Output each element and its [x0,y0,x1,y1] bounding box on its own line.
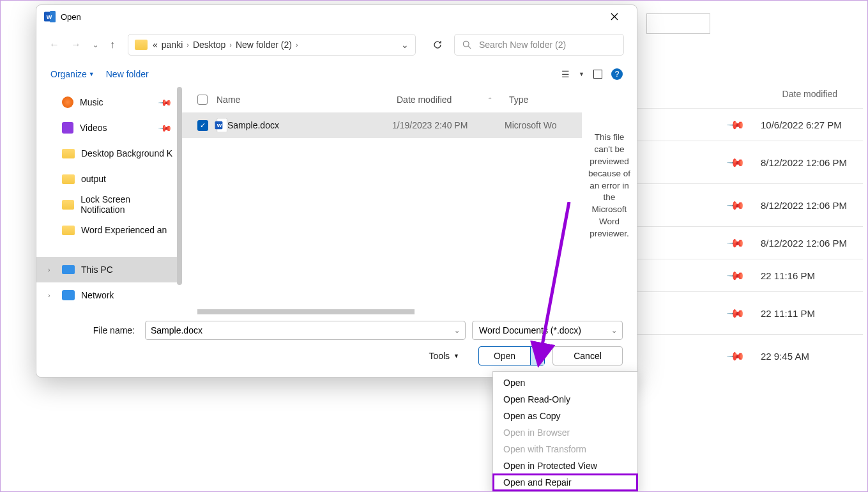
refresh-icon [432,40,443,50]
menu-item-open-in-browser: Open in Browser [493,424,637,441]
sidebar-root-this-pc[interactable]: ›This PC [36,257,182,282]
pc-icon [62,265,75,274]
col-name[interactable]: Name [217,95,397,105]
organize-menu[interactable]: Organize ▼ [50,69,95,79]
refresh-button[interactable] [427,35,448,55]
chevron-right-icon[interactable]: › [48,291,50,299]
col-type[interactable]: Type [509,95,528,105]
chevron-down-icon[interactable]: ⌄ [611,327,617,335]
folder-icon [62,226,75,235]
chevron-down-icon[interactable]: ⌄ [454,327,460,335]
chevron-right-icon[interactable]: › [48,266,50,273]
open-button[interactable]: Open ▼ [478,346,545,365]
select-all-checkbox[interactable] [197,95,208,105]
dialog-title: Open [61,12,81,22]
file-row[interactable]: ✓WSample.docx1/19/2023 2:40 PMMicrosoft … [182,112,582,138]
recent-file-date: 8/12/2022 12:06 PM [761,238,863,249]
menu-item-open-read-only[interactable]: Open Read-Only [493,391,637,408]
word-search-box[interactable] [646,13,710,34]
help-icon[interactable]: ? [611,68,623,80]
sidebar-item-label: Network [81,290,114,300]
file-checkbox[interactable]: ✓ [197,120,208,131]
menu-item-open-in-protected-view[interactable]: Open in Protected View [493,457,637,474]
recent-file-date: 8/12/2022 12:06 PM [761,200,863,211]
breadcrumb-root: « [153,40,158,50]
sidebar-item-label: Videos [80,123,107,133]
sidebar-item-label: Lock Screen Notification [80,194,173,215]
menu-item-open-as-copy[interactable]: Open as Copy [493,408,637,424]
recent-file-date: 22 11:16 PM [761,270,863,281]
sidebar-item-desktop-background-k[interactable]: Desktop Background K [36,141,182,166]
word-app-icon: W [44,11,56,22]
sidebar-item-label: Desktop Background K [81,148,172,158]
sidebar-item-lock-screen-notification[interactable]: Lock Screen Notification [36,192,182,217]
sidebar-item-label: output [81,174,106,184]
pin-icon: 📌 [158,120,172,135]
sidebar-item-videos[interactable]: Videos📌 [36,115,182,141]
open-dropdown-toggle[interactable]: ▼ [530,347,544,365]
scrollbar[interactable] [177,87,182,285]
file-type: Microsoft Wo [505,120,556,130]
filename-label: File name: [50,325,139,335]
recent-file-date: 22 11:11 PM [761,308,863,319]
open-split-menu: OpenOpen Read-OnlyOpen as CopyOpen in Br… [492,371,638,492]
file-modified: 1/19/2023 2:40 PM [392,120,505,130]
nav-bar: ← → ⌄ ↑ « panki › Desktop › New folder (… [36,28,637,61]
file-type-filter[interactable]: Word Documents (*.docx) ⌄ [472,321,623,340]
sidebar-item-label: This PC [81,265,113,275]
tools-menu[interactable]: Tools ▼ [429,351,459,361]
titlebar: W Open [36,5,637,28]
sort-indicator-icon: ⌃ [487,96,492,104]
close-button[interactable] [600,6,629,27]
sidebar-root-network[interactable]: ›Network [36,282,182,308]
chevron-right-icon: › [296,41,298,49]
chevron-right-icon: › [187,41,189,49]
menu-item-open[interactable]: Open [493,374,637,391]
sidebar-item-word-experienced-an-[interactable]: Word Experienced an [36,217,182,243]
svg-text:W: W [217,123,222,128]
file-list-pane: ⌃ Name Date modified Type ✓WSample.docx1… [182,87,582,314]
search-input[interactable]: Search New folder (2) [454,34,624,56]
crumb-2[interactable]: New folder (2) [236,40,292,50]
breadcrumb[interactable]: « panki › Desktop › New folder (2) › ⌄ [128,34,416,56]
menu-item-open-and-repair[interactable]: Open and Repair [493,474,637,491]
pin-icon[interactable]: 📌 [726,233,745,252]
col-date-modified: Date modified [782,89,837,99]
view-list-icon[interactable]: ☰ [561,69,570,79]
pin-icon[interactable]: 📌 [726,266,745,285]
music-icon [62,96,73,108]
crumb-1[interactable]: Desktop [193,40,225,50]
dialog-footer: File name: Sample.docx ⌄ Word Documents … [36,314,637,377]
search-placeholder: Search New folder (2) [479,40,566,50]
recent-file-date: 10/6/2022 6:27 PM [761,119,863,130]
horizontal-scrollbar[interactable] [197,309,415,314]
folder-icon [135,40,148,50]
filename-input[interactable]: Sample.docx ⌄ [145,321,466,340]
pin-icon[interactable]: 📌 [726,115,745,134]
sidebar-item-music[interactable]: Music📌 [36,89,182,115]
chevron-down-icon[interactable]: ⌄ [401,40,409,50]
dialog-toolbar: Organize ▼ New folder ☰ ▼ ? [36,61,637,87]
preview-pane-toggle[interactable] [593,70,602,79]
svg-point-15 [463,41,469,47]
new-folder-button[interactable]: New folder [106,69,149,79]
sidebar-item-label: Word Experienced an [81,225,167,235]
nav-sidebar: Music📌Videos📌Desktop Background KoutputL… [36,87,182,314]
sidebar-item-label: Music [80,97,103,107]
network-icon [62,290,75,300]
recent-dropdown[interactable]: ⌄ [93,41,98,49]
crumb-0[interactable]: panki [162,40,183,50]
up-button[interactable]: ↑ [110,39,115,50]
cancel-button[interactable]: Cancel [552,346,623,365]
file-name: Sample.docx [227,120,392,130]
menu-item-open-with-transform: Open with Transform [493,441,637,457]
open-file-dialog: W Open ← → ⌄ ↑ « panki › Desktop › New f… [36,4,637,378]
nav-arrows: ← → ⌄ ↑ [49,39,115,50]
preview-error-text: This file can't be previewed because of … [588,132,630,238]
view-list-dropdown[interactable]: ▼ [579,71,584,77]
svg-text:W: W [47,14,52,20]
back-button[interactable]: ← [49,39,59,50]
folder-icon [62,200,74,210]
forward-button[interactable]: → [71,39,81,50]
sidebar-item-output[interactable]: output [36,166,182,192]
